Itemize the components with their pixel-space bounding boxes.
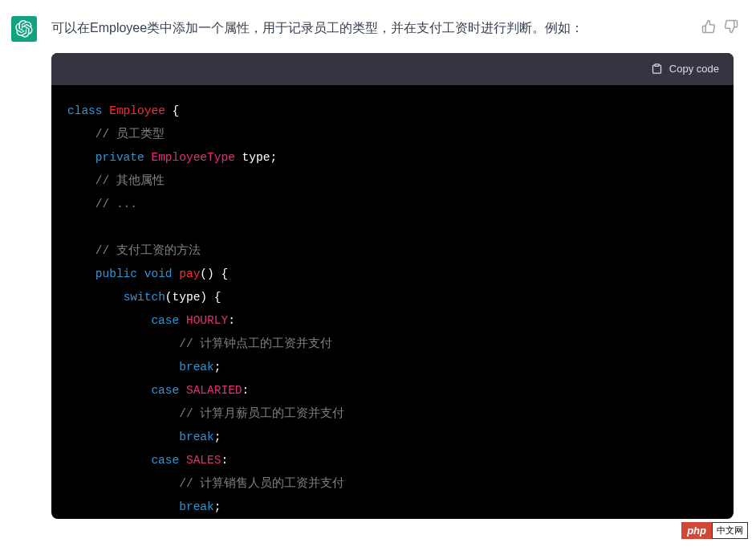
code-line: // 计算钟点工的工资并支付 <box>67 333 717 356</box>
code-header: Copy code <box>51 53 734 85</box>
code-line: class Employee { <box>67 100 717 123</box>
code-line: switch(type) { <box>67 286 717 309</box>
code-line <box>67 216 717 239</box>
assistant-avatar <box>11 16 37 42</box>
openai-logo-icon <box>15 20 33 38</box>
clipboard-icon <box>651 63 663 75</box>
code-line: // 计算销售人员的工资并支付 <box>67 472 717 496</box>
svg-rect-0 <box>655 64 659 67</box>
cn-badge: 中文网 <box>712 522 748 539</box>
code-line: // 其他属性 <box>67 169 717 193</box>
code-line: // 员工类型 <box>67 123 717 146</box>
code-line: private EmployeeType type; <box>67 146 717 169</box>
message-content: 可以在Employee类中添加一个属性，用于记录员工的类型，并在支付工资时进行判… <box>51 16 745 519</box>
message-text: 可以在Employee类中添加一个属性，用于记录员工的类型，并在支付工资时进行判… <box>51 16 745 40</box>
copy-code-button[interactable]: Copy code <box>651 63 719 75</box>
code-line: public void pay() { <box>67 263 717 286</box>
code-line: break; <box>67 496 717 519</box>
code-line: case HOURLY: <box>67 309 717 333</box>
code-line: case SALARIED: <box>67 379 717 402</box>
message-container: 可以在Employee类中添加一个属性，用于记录员工的类型，并在支付工资时进行判… <box>0 0 756 519</box>
watermark: php 中文网 <box>681 522 748 539</box>
code-line: // ... <box>67 193 717 216</box>
code-line: case SALES: <box>67 449 717 472</box>
feedback-actions <box>701 19 738 34</box>
code-line: break; <box>67 426 717 449</box>
code-line: // 计算月薪员工的工资并支付 <box>67 402 717 426</box>
thumbs-up-icon[interactable] <box>701 19 716 34</box>
code-line: // 支付工资的方法 <box>67 239 717 263</box>
code-line: break; <box>67 356 717 379</box>
php-badge: php <box>681 522 712 539</box>
code-content: class Employee { // 员工类型 private Employe… <box>51 85 734 519</box>
copy-code-label: Copy code <box>669 63 719 75</box>
thumbs-down-icon[interactable] <box>724 19 738 34</box>
code-block: Copy code class Employee { // 员工类型 priva… <box>51 53 734 519</box>
